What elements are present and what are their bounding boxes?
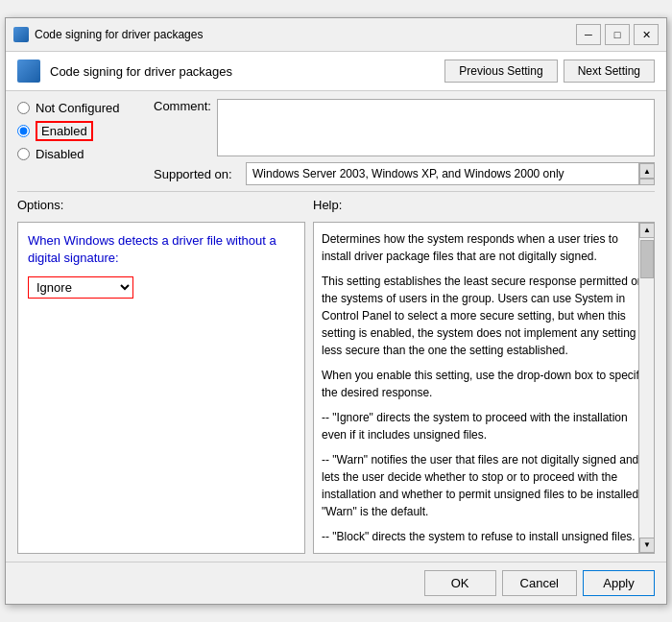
disabled-row: Disabled xyxy=(17,145,142,163)
options-label: Options: xyxy=(17,198,305,212)
cancel-button[interactable]: Cancel xyxy=(502,570,577,596)
dialog-header: Code signing for driver packages Previou… xyxy=(6,52,666,91)
supported-scrollbar: ▲ ▼ xyxy=(638,163,654,184)
scroll-up-arrow[interactable]: ▲ xyxy=(639,163,655,179)
dialog-footer: OK Cancel Apply xyxy=(6,562,666,604)
upper-body: Not Configured Enabled Disabled Comment: xyxy=(6,91,666,185)
header-icon xyxy=(17,60,40,83)
header-buttons: Previous Setting Next Setting xyxy=(444,60,655,83)
not-configured-radio[interactable] xyxy=(17,102,30,114)
header-title: Code signing for driver packages xyxy=(50,64,435,79)
next-setting-button[interactable]: Next Setting xyxy=(564,60,655,83)
upper-flex: Not Configured Enabled Disabled Comment: xyxy=(17,99,655,185)
scroll-down-arrow[interactable]: ▼ xyxy=(639,179,655,185)
prev-setting-button[interactable]: Previous Setting xyxy=(444,60,557,83)
help-scrollbar: ▲ ▼ xyxy=(638,223,654,553)
not-configured-label[interactable]: Not Configured xyxy=(36,101,119,115)
help-scroll-thumb xyxy=(640,240,654,278)
help-text-3: When you enable this setting, use the dr… xyxy=(322,367,646,401)
dialog-icon xyxy=(13,27,29,42)
help-scroll-up[interactable]: ▲ xyxy=(639,223,655,238)
two-col: Options: When Windows detects a driver f… xyxy=(6,198,666,562)
disabled-radio[interactable] xyxy=(17,148,30,160)
comment-label: Comment: xyxy=(154,99,211,113)
radio-section: Not Configured Enabled Disabled xyxy=(17,99,142,185)
comment-textarea[interactable] xyxy=(217,99,655,156)
help-box: Determines how the system responds when … xyxy=(313,222,655,554)
disabled-label[interactable]: Disabled xyxy=(36,147,84,161)
enabled-radio[interactable] xyxy=(17,125,30,137)
signature-dropdown[interactable]: Ignore Warn Block xyxy=(28,276,133,299)
help-text-1: Determines how the system responds when … xyxy=(322,230,646,265)
supported-value-box: Windows Server 2003, Windows XP, and Win… xyxy=(246,162,655,185)
section-divider xyxy=(17,191,655,192)
help-text-6: -- "Block" directs the system to refuse … xyxy=(322,528,646,545)
not-configured-row: Not Configured xyxy=(17,99,142,117)
help-text-5: -- "Warn" notifies the user that files a… xyxy=(322,451,646,520)
help-scroll-track xyxy=(639,238,654,538)
options-panel: Options: When Windows detects a driver f… xyxy=(17,198,305,554)
title-controls: ─ □ ✕ xyxy=(576,24,659,45)
ok-button[interactable]: OK xyxy=(424,570,496,596)
apply-button[interactable]: Apply xyxy=(583,570,655,596)
enabled-label[interactable]: Enabled xyxy=(36,121,93,141)
enabled-row: Enabled xyxy=(17,119,142,143)
options-description: When Windows detects a driver file witho… xyxy=(28,232,295,267)
help-scroll-down[interactable]: ▼ xyxy=(639,538,655,553)
help-text-4: -- "Ignore" directs the system to procee… xyxy=(322,409,646,443)
minimize-button[interactable]: ─ xyxy=(576,24,601,45)
help-label: Help: xyxy=(313,198,655,212)
title-bar-left: Code signing for driver packages xyxy=(13,27,203,42)
comment-area: Comment: Supported on: Windows Server 20… xyxy=(154,99,655,185)
dialog-window: Code signing for driver packages ─ □ ✕ C… xyxy=(5,17,667,605)
supported-value: Windows Server 2003, Windows XP, and Win… xyxy=(252,167,564,180)
maximize-button[interactable]: □ xyxy=(605,24,630,45)
supported-row: Supported on: Windows Server 2003, Windo… xyxy=(154,162,655,185)
close-button[interactable]: ✕ xyxy=(634,24,659,45)
dropdown-container: Ignore Warn Block xyxy=(28,276,133,299)
supported-label: Supported on: xyxy=(154,167,240,181)
help-panel: Help: Determines how the system responds… xyxy=(313,198,655,554)
title-bar: Code signing for driver packages ─ □ ✕ xyxy=(6,18,666,52)
comment-row: Comment: xyxy=(154,99,655,156)
help-text-2: This setting establishes the least secur… xyxy=(322,273,646,359)
options-box: When Windows detects a driver file witho… xyxy=(17,222,305,554)
title-text: Code signing for driver packages xyxy=(35,28,203,41)
